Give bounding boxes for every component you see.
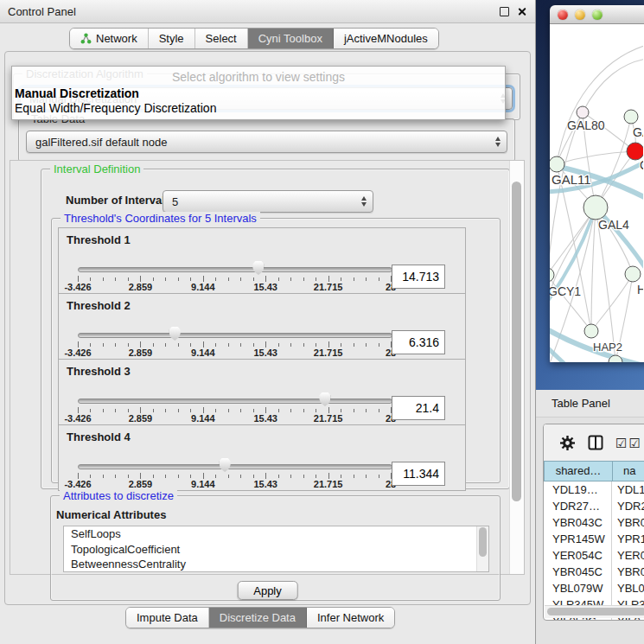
cell-shared-name: YBR045C [544,564,612,580]
network-node[interactable] [550,156,564,172]
control-panel-tabbar: Network Style Select Cyni Toolbox jActiv… [69,28,439,49]
attribute-list-item[interactable]: BetweennessCentrality [64,557,488,572]
network-canvas[interactable]: GAL80GACGAL11GAL4GCY1HHAP2 [550,24,644,362]
tick-mark [153,343,154,347]
tick-label: 21.715 [314,479,343,489]
network-node[interactable] [583,195,608,220]
column-header-name[interactable]: na [612,461,644,481]
tab-cyni-toolbox[interactable]: Cyni Toolbox [248,29,334,48]
tick-mark [215,277,216,281]
tick-mark [165,475,166,478]
tab-select[interactable]: Select [195,29,248,48]
close-icon[interactable] [517,7,526,16]
threshold-slider[interactable]: -3.4262.8599.14415.4321.71528 [78,360,391,426]
network-node[interactable] [584,324,598,338]
threshold-slider[interactable]: -3.4262.8599.14415.4321.71528 [78,294,391,360]
numerical-attributes-list[interactable]: SelfLoopsTopologicalCoefficientBetweenne… [63,526,489,572]
network-node-label: H [637,283,643,296]
threshold-value-input[interactable] [392,330,445,354]
table-data-combobox[interactable]: galFiltered.sif default node [26,131,507,153]
zoom-traffic-light-icon[interactable] [592,10,603,20]
scrollbar-thumb[interactable] [512,182,521,501]
threshold-value-input[interactable] [392,396,445,420]
tick-mark [103,343,104,347]
tick-mark [341,409,341,412]
cell-shared-name: YDL19… [544,481,612,498]
threshold-value-input[interactable] [392,265,445,289]
tick-mark [253,277,254,281]
tab-jactivemnodules-label: jActiveMNodules [344,32,428,45]
slider-thumb[interactable] [319,392,330,406]
settings-vertical-scrollbar[interactable] [509,161,524,574]
attribute-items-holder: SelfLoopsTopologicalCoefficientBetweenne… [64,526,488,572]
tick-label: 2.859 [129,479,153,489]
table-row[interactable]: YBR043CYBR0 [544,514,644,531]
minimize-traffic-light-icon[interactable] [575,10,585,20]
combo-arrows-icon [495,137,501,147]
table-row[interactable]: YDR27…YDR2 [544,498,644,514]
tick-mark [316,277,316,281]
tab-impute-data[interactable]: Impute Data [126,608,209,628]
network-edge [591,274,633,331]
tick-mark [303,409,304,412]
number-of-intervals-combobox[interactable]: 5 [163,190,373,213]
table-row[interactable]: YDL19…YDL1 [544,481,644,498]
checked-checkbox-icon[interactable]: ☑ [628,437,640,450]
network-node-label: C [640,158,643,172]
table-horizontal-scrollbar[interactable] [545,605,644,618]
attributes-list-scrollbar[interactable] [476,526,488,571]
control-panel-titlebar: Control Panel [0,0,535,23]
network-node[interactable] [625,266,641,282]
tick-mark [215,343,216,347]
scrollbar-thumb[interactable] [479,527,487,557]
columns-icon[interactable] [588,435,603,450]
threshold-slider[interactable]: -3.4262.8599.14415.4321.71528 [78,425,391,492]
node-table: ☑ ☑ shared… na YDL19…YDL1YDR27…YDR2YBR04… [543,424,644,621]
slider-thumb[interactable] [220,458,231,472]
column-header-shared-name[interactable]: shared… [544,461,612,481]
table-toolbar: ☑ ☑ [544,424,644,461]
float-window-icon[interactable] [500,7,509,16]
apply-button[interactable]: Apply [237,581,298,600]
right-panel: GAL80GACGAL11GAL4GCY1HHAP2 Table Panel [536,0,644,644]
tab-jactivemnodules[interactable]: jActiveMNodules [334,29,438,48]
attribute-list-item[interactable]: SelfLoops [64,526,488,542]
table-panel-header: Table Panel [536,390,644,418]
scrollbar-thumb[interactable] [547,608,644,615]
menu-item-equal-width-frequency[interactable]: Equal Width/Frequency Discretization [14,101,503,115]
table-row[interactable]: YER054CYER0 [544,547,644,564]
tick-mark [90,343,91,347]
slider-thumb[interactable] [252,261,264,275]
tab-network[interactable]: Network [70,29,149,48]
slider-thumb[interactable] [169,327,181,341]
table-row[interactable]: YPR145WYPR1 [544,531,644,547]
cell-name: YDL1 [612,481,644,498]
tick-mark [128,409,129,412]
threshold-value-input[interactable] [392,462,445,486]
tick-mark [90,409,91,412]
tick-mark [240,475,241,478]
tab-discretize-data[interactable]: Discretize Data [209,608,307,628]
tick-label: 9.144 [191,479,215,489]
attribute-list-item[interactable]: TopologicalCoefficient [64,542,488,558]
network-node[interactable] [577,106,589,118]
tick-mark [290,475,291,478]
tick-mark [115,409,116,412]
tab-discretize-data-label: Discretize Data [220,611,296,624]
tick-mark [128,277,129,281]
menu-item-manual-discretization[interactable]: Manual Discretization [14,86,503,101]
gear-icon[interactable] [559,435,576,451]
table-row[interactable]: YBL079WYBL0 [544,580,644,596]
network-node[interactable] [550,268,554,282]
tick-mark [303,277,304,281]
threshold-slider[interactable]: -3.4262.8599.14415.4321.71528 [78,228,391,295]
network-node[interactable] [627,143,643,160]
network-node[interactable] [624,110,638,124]
table-row[interactable]: YBR045CYBR0 [544,564,644,580]
tick-label: 21.715 [314,348,343,358]
tab-style[interactable]: Style [149,29,195,48]
network-canvas-svg: GAL80GACGAL11GAL4GCY1HHAP2 [550,24,643,362]
checked-checkbox-icon[interactable]: ☑ [615,437,627,450]
tab-infer-network[interactable]: Infer Network [307,608,394,628]
close-traffic-light-icon[interactable] [558,10,568,20]
